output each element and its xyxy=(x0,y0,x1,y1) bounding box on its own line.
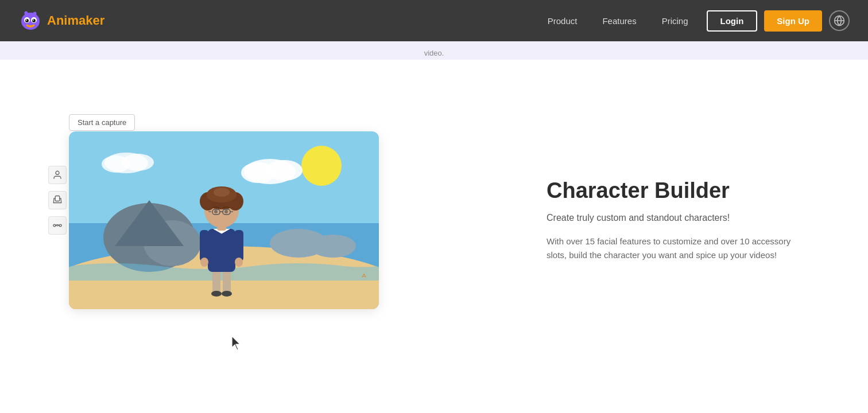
svg-point-6 xyxy=(32,19,36,22)
main-section: Start a capture xyxy=(0,60,868,392)
banner-strip: video. xyxy=(0,41,868,60)
svg-point-33 xyxy=(122,154,154,171)
svg-point-57 xyxy=(214,210,218,213)
nav-features[interactable]: Features xyxy=(591,11,648,30)
svg-rect-38 xyxy=(208,229,235,272)
svg-point-27 xyxy=(301,146,342,186)
page-wrapper: video. Start a capture xyxy=(0,0,868,392)
feature-description: With over 15 facial features to customiz… xyxy=(547,235,799,262)
left-side: Start a capture xyxy=(69,131,379,309)
logo-text: Animaker xyxy=(47,13,104,28)
nav-right: Product Features Pricing Login Sign Up xyxy=(536,10,850,32)
svg-point-36 xyxy=(211,291,222,297)
character-illustration xyxy=(69,131,379,309)
feature-subtitle: Create truly custom and standout charact… xyxy=(547,213,799,223)
svg-point-8 xyxy=(33,20,34,21)
svg-point-14 xyxy=(59,224,61,227)
svg-point-5 xyxy=(25,19,29,22)
svg-rect-40 xyxy=(234,230,243,262)
accessories-icon[interactable] xyxy=(48,216,67,235)
svg-point-41 xyxy=(200,258,208,267)
svg-point-7 xyxy=(26,20,27,21)
svg-point-51 xyxy=(214,188,230,197)
feature-title: Character Builder xyxy=(547,178,799,204)
logo-icon xyxy=(18,7,42,34)
banner-text: video. xyxy=(424,49,444,57)
navbar: Animaker Product Features Pricing Login … xyxy=(0,0,868,41)
svg-point-11 xyxy=(56,171,59,174)
cursor xyxy=(230,335,243,354)
capture-button[interactable]: Start a capture xyxy=(69,114,135,131)
svg-point-58 xyxy=(224,210,228,213)
nav-pricing[interactable]: Pricing xyxy=(650,11,700,30)
svg-point-23 xyxy=(310,235,356,258)
right-side: Character Builder Create truly custom an… xyxy=(501,178,799,262)
login-button[interactable]: Login xyxy=(707,10,758,32)
body-icon[interactable] xyxy=(48,191,67,209)
language-selector[interactable] xyxy=(829,10,850,31)
head-icon[interactable] xyxy=(48,166,67,184)
svg-point-42 xyxy=(235,258,243,267)
svg-point-30 xyxy=(266,160,303,181)
svg-rect-39 xyxy=(200,230,209,262)
logo[interactable]: Animaker xyxy=(18,7,104,34)
nav-product[interactable]: Product xyxy=(536,11,589,30)
svg-point-13 xyxy=(53,224,56,227)
svg-point-37 xyxy=(222,291,232,297)
svg-rect-12 xyxy=(55,196,60,201)
signup-button[interactable]: Sign Up xyxy=(764,10,822,32)
side-panel xyxy=(48,166,67,235)
